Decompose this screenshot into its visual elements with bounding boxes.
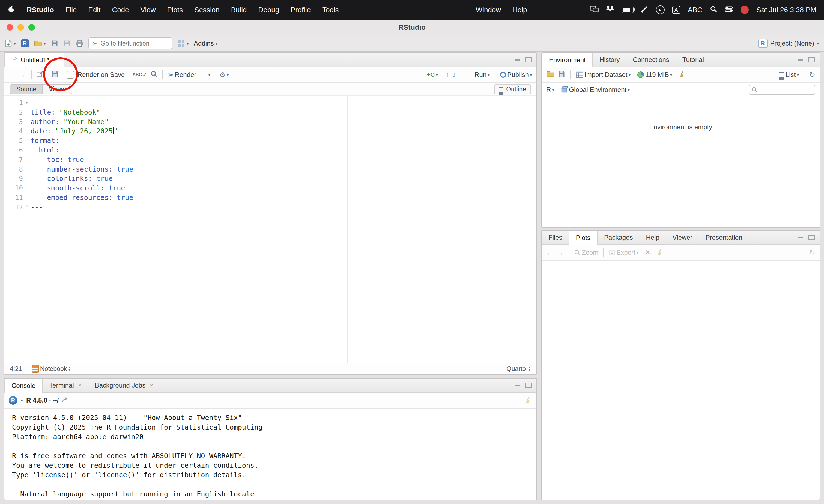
forward-icon[interactable]: →	[19, 71, 26, 79]
window-close-button[interactable]	[7, 24, 13, 30]
maximize-pane-icon[interactable]	[525, 57, 531, 62]
console-output[interactable]: R version 4.5.0 (2025-04-11) -- "How Abo…	[4, 408, 536, 500]
menubar-clock[interactable]: Sat Jul 26 3:38 PM	[756, 6, 816, 14]
refresh-icon[interactable]: ↻	[809, 71, 815, 79]
publish-button[interactable]: Publish ▾	[500, 71, 532, 79]
load-workspace-icon[interactable]	[546, 71, 554, 79]
spotlight-search-icon[interactable]	[710, 5, 717, 14]
maximize-pane-icon[interactable]	[808, 235, 815, 240]
input-source-a-icon[interactable]: A	[672, 6, 680, 14]
minimize-pane-icon[interactable]	[515, 385, 520, 386]
render-settings-button[interactable]: ⚙ ▾	[219, 71, 229, 79]
export-plot-button[interactable]: Export ▾	[609, 249, 638, 256]
spellcheck-icon[interactable]: ABC✓	[132, 72, 147, 78]
minimize-pane-icon[interactable]	[798, 237, 803, 238]
menu-item-edit[interactable]: Edit	[88, 6, 101, 14]
goto-file-function-box[interactable]: ➢	[88, 37, 173, 49]
environment-search-input[interactable]	[759, 86, 810, 94]
maximize-pane-icon[interactable]	[808, 57, 815, 62]
menu-item-profile[interactable]: Profile	[291, 6, 311, 14]
r-version-label[interactable]: R 4.5.0 · ~/	[26, 396, 59, 404]
save-button[interactable]	[51, 39, 59, 47]
apple-menu-icon[interactable]	[8, 5, 15, 15]
window-zoom-button[interactable]	[28, 24, 35, 30]
user-avatar-icon[interactable]	[740, 6, 749, 14]
addins-button[interactable]: Addins ▾	[194, 39, 217, 47]
menu-item-file[interactable]: File	[66, 6, 77, 14]
back-icon[interactable]: ←	[9, 71, 16, 79]
environment-search-box[interactable]	[749, 85, 815, 95]
open-file-button[interactable]: ▾	[34, 40, 46, 47]
code-editor[interactable]: 1▾---2title: "Notebook"3author: "Your Na…	[4, 96, 536, 363]
run-next-icon[interactable]: ↓	[452, 71, 456, 79]
console-tab-background-jobs[interactable]: Background Jobs×	[88, 379, 160, 392]
run-button[interactable]: → Run ▾	[466, 71, 490, 79]
files-tab-viewer[interactable]: Viewer	[666, 231, 699, 244]
run-previous-icon[interactable]: ↑	[445, 71, 449, 79]
clear-console-icon[interactable]	[525, 396, 532, 405]
files-tab-plots[interactable]: Plots	[569, 231, 598, 245]
minimize-pane-icon[interactable]	[798, 59, 803, 60]
save-workspace-icon[interactable]	[558, 70, 565, 79]
visual-mode-button[interactable]: Visual	[43, 84, 72, 94]
source-tab-untitled1[interactable]: Untitled1* ×	[4, 53, 64, 67]
render-on-save-checkbox[interactable]	[67, 71, 74, 79]
find-replace-icon[interactable]	[150, 71, 158, 79]
window-minimize-button[interactable]	[17, 24, 24, 30]
remove-plot-icon[interactable]: ✕	[645, 249, 650, 256]
outline-button[interactable]: Outline	[494, 84, 531, 94]
environment-tab-history[interactable]: History	[593, 53, 626, 67]
console-tab-terminal[interactable]: Terminal×	[42, 379, 88, 392]
global-environment-selector[interactable]: Global Environment ▾	[561, 86, 630, 94]
source-mode-button[interactable]: Source	[10, 84, 43, 94]
save-document-icon[interactable]	[51, 70, 59, 79]
goto-directory-icon[interactable]	[62, 396, 69, 404]
print-button[interactable]	[76, 40, 84, 47]
environment-tab-connections[interactable]: Connections	[626, 53, 676, 67]
close-tab-icon[interactable]: ×	[150, 382, 153, 389]
document-type-selector[interactable]: Quarto ▲▼	[507, 365, 531, 373]
render-button[interactable]: ➢ Render	[168, 71, 196, 79]
menu-item-view[interactable]: View	[140, 6, 156, 14]
menu-item-debug[interactable]: Debug	[259, 6, 279, 14]
language-selector[interactable]: R ▾	[546, 86, 554, 94]
files-tab-packages[interactable]: Packages	[598, 231, 639, 244]
import-dataset-button[interactable]: Import Dataset ▾	[576, 71, 631, 79]
display-mirroring-icon[interactable]	[590, 6, 599, 14]
menu-item-session[interactable]: Session	[194, 6, 220, 14]
save-all-button[interactable]	[63, 39, 71, 47]
menu-item-tools[interactable]: Tools	[322, 6, 339, 14]
console-tab-console[interactable]: Console	[4, 379, 42, 393]
menu-app-name[interactable]: RStudio	[27, 6, 54, 14]
document-outline-selector[interactable]: Notebook ▲▼	[32, 365, 71, 373]
project-selector[interactable]: R Project: (None) ▾	[758, 39, 819, 48]
files-tab-presentation[interactable]: Presentation	[699, 231, 749, 244]
control-center-icon[interactable]	[725, 6, 733, 14]
pane-layout-button[interactable]: ▾	[177, 39, 189, 47]
new-project-button[interactable]: R	[21, 39, 29, 47]
menu-item-help[interactable]: Help	[512, 6, 527, 14]
open-in-new-window-icon[interactable]	[36, 71, 44, 79]
pencil-tool-icon[interactable]	[641, 5, 648, 14]
play-circle-icon[interactable]: ▶	[656, 5, 665, 14]
previous-plot-icon[interactable]: ←	[546, 248, 553, 257]
clear-plots-icon[interactable]	[657, 248, 664, 257]
menu-item-window[interactable]: Window	[476, 6, 501, 14]
close-tab-icon[interactable]: ×	[78, 382, 82, 389]
menu-item-plots[interactable]: Plots	[167, 6, 183, 14]
insert-chunk-button[interactable]: +C ▾	[427, 71, 438, 78]
memory-usage-button[interactable]: 119 MiB ▾	[637, 71, 672, 79]
refresh-plots-icon[interactable]: ↻	[809, 248, 815, 257]
maximize-pane-icon[interactable]	[525, 383, 531, 388]
files-tab-files[interactable]: Files	[542, 231, 569, 244]
environment-view-button[interactable]: List ▾	[779, 71, 799, 79]
environment-tab-environment[interactable]: Environment	[542, 53, 593, 67]
close-tab-icon[interactable]: ×	[54, 56, 57, 64]
clear-environment-icon[interactable]	[679, 71, 686, 79]
menu-item-code[interactable]: Code	[112, 6, 129, 14]
goto-file-function-input[interactable]	[100, 39, 162, 48]
menu-item-build[interactable]: Build	[231, 6, 247, 14]
new-file-button[interactable]: ▾	[5, 39, 16, 47]
input-source-label[interactable]: ABC	[688, 6, 702, 14]
zoom-plot-button[interactable]: Zoom	[574, 249, 598, 256]
